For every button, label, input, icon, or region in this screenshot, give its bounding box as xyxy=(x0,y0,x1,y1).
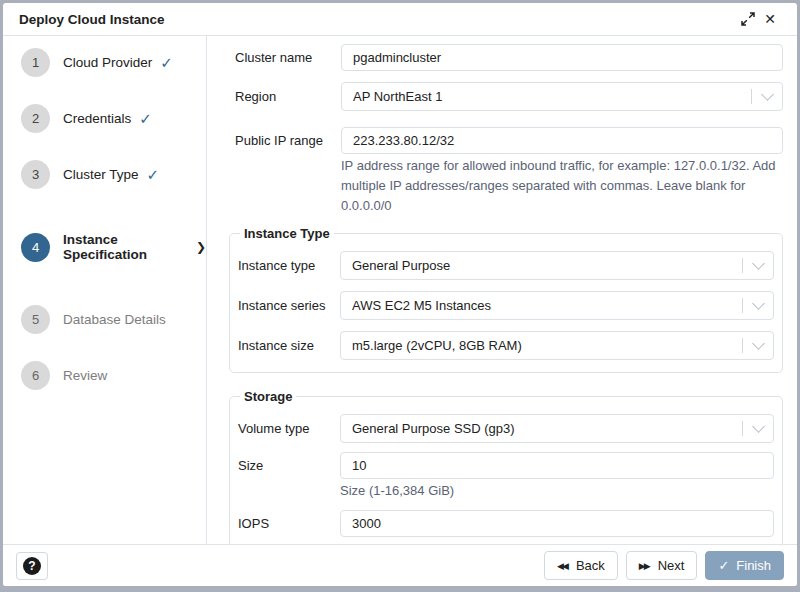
size-row: Size xyxy=(238,452,774,479)
instance-type-label: Instance type xyxy=(238,258,340,273)
volume-type-label: Volume type xyxy=(238,421,340,436)
chevron-down-icon xyxy=(743,263,773,268)
public-ip-help-text: IP address range for allowed inbound tra… xyxy=(341,156,783,216)
dialog-body: 1 Cloud Provider ✓ 2 Credentials ✓ 3 Clu… xyxy=(3,36,797,544)
region-selected-value: AP NorthEast 1 xyxy=(353,89,751,104)
step-number-badge: 5 xyxy=(21,305,50,334)
region-select[interactable]: AP NorthEast 1 xyxy=(341,82,783,111)
fast-forward-icon: ▶▶ xyxy=(639,561,649,571)
size-input[interactable] xyxy=(340,452,774,479)
back-button[interactable]: ◀◀ Back xyxy=(544,551,618,580)
cluster-name-input[interactable] xyxy=(341,44,783,71)
instance-series-selected-value: AWS EC2 M5 Instances xyxy=(352,298,742,313)
rewind-icon: ◀◀ xyxy=(557,561,567,571)
step-label: Review xyxy=(63,368,107,383)
instance-type-section: Instance Type Instance type General Purp… xyxy=(229,226,783,373)
public-ip-input[interactable] xyxy=(341,127,783,154)
step-instance-specification[interactable]: 4 Instance Specification ❯ xyxy=(3,232,206,262)
maximize-glyph xyxy=(741,12,755,26)
step-label: Cloud Provider xyxy=(63,55,152,70)
step-current-chevron-icon: ❯ xyxy=(196,240,206,254)
instance-type-select[interactable]: General Purpose xyxy=(340,251,774,280)
storage-legend: Storage xyxy=(240,389,296,404)
instance-series-label: Instance series xyxy=(238,298,340,313)
step-cloud-provider[interactable]: 1 Cloud Provider ✓ xyxy=(3,48,206,77)
public-ip-row: Public IP range xyxy=(235,127,783,154)
region-row: Region AP NorthEast 1 xyxy=(235,82,783,111)
finish-button-label: Finish xyxy=(736,558,771,573)
step-database-details[interactable]: 5 Database Details xyxy=(3,305,206,334)
volume-type-row: Volume type General Purpose SSD (gp3) xyxy=(238,414,774,443)
instance-size-label: Instance size xyxy=(238,338,340,353)
step-complete-check-icon: ✓ xyxy=(147,166,160,184)
step-number-badge: 2 xyxy=(21,104,50,133)
cluster-name-label: Cluster name xyxy=(235,50,341,65)
step-label: Instance Specification xyxy=(63,232,188,262)
step-number-badge: 1 xyxy=(21,48,50,77)
next-button-label: Next xyxy=(658,558,685,573)
help-icon: ? xyxy=(23,557,41,575)
chevron-down-icon xyxy=(752,94,782,99)
step-credentials[interactable]: 2 Credentials ✓ xyxy=(3,104,206,133)
size-label: Size xyxy=(238,458,340,473)
dialog-titlebar: Deploy Cloud Instance ✕ xyxy=(3,3,797,36)
step-label: Cluster Type xyxy=(63,167,139,182)
size-help-text: Size (1-16,384 GiB) xyxy=(340,481,774,501)
instance-type-legend: Instance Type xyxy=(240,226,334,241)
instance-size-row: Instance size m5.large (2vCPU, 8GB RAM) xyxy=(238,331,774,360)
step-review[interactable]: 6 Review xyxy=(3,361,206,390)
chevron-down-icon xyxy=(743,303,773,308)
instance-size-select[interactable]: m5.large (2vCPU, 8GB RAM) xyxy=(340,331,774,360)
step-cluster-type[interactable]: 3 Cluster Type ✓ xyxy=(3,160,206,189)
public-ip-label: Public IP range xyxy=(235,133,341,148)
instance-type-selected-value: General Purpose xyxy=(352,258,742,273)
step-label: Database Details xyxy=(63,312,166,327)
step-label: Credentials xyxy=(63,111,131,126)
maximize-icon[interactable] xyxy=(737,8,759,30)
region-label: Region xyxy=(235,89,341,104)
instance-type-row: Instance type General Purpose xyxy=(238,251,774,280)
close-icon[interactable]: ✕ xyxy=(759,8,781,30)
step-number-badge: 3 xyxy=(21,160,50,189)
step-number-badge: 4 xyxy=(21,233,50,262)
finish-button[interactable]: ✓ Finish xyxy=(705,551,784,580)
help-button[interactable]: ? xyxy=(16,552,48,580)
iops-input[interactable] xyxy=(340,510,774,537)
check-icon: ✓ xyxy=(718,558,729,573)
storage-section: Storage Volume type General Purpose SSD … xyxy=(229,389,783,544)
step-complete-check-icon: ✓ xyxy=(160,54,173,72)
wizard-steps-sidebar: 1 Cloud Provider ✓ 2 Credentials ✓ 3 Clu… xyxy=(3,36,207,544)
instance-specification-form: Cluster name Region AP NorthEast 1 Publi… xyxy=(207,36,797,544)
dialog-title: Deploy Cloud Instance xyxy=(19,12,165,27)
volume-type-select[interactable]: General Purpose SSD (gp3) xyxy=(340,414,774,443)
instance-series-select[interactable]: AWS EC2 M5 Instances xyxy=(340,291,774,320)
back-button-label: Back xyxy=(576,558,605,573)
chevron-down-icon xyxy=(743,343,773,348)
next-button[interactable]: ▶▶ Next xyxy=(626,551,698,580)
cluster-name-row: Cluster name xyxy=(235,44,783,71)
step-complete-check-icon: ✓ xyxy=(139,110,152,128)
chevron-down-icon xyxy=(743,426,773,431)
iops-row: IOPS xyxy=(238,510,774,537)
dialog-footer: ? ◀◀ Back ▶▶ Next ✓ Finish xyxy=(3,544,797,586)
iops-label: IOPS xyxy=(238,516,340,531)
volume-type-selected-value: General Purpose SSD (gp3) xyxy=(352,421,742,436)
step-number-badge: 6 xyxy=(21,361,50,390)
deploy-cloud-instance-dialog: Deploy Cloud Instance ✕ 1 Cloud Provider… xyxy=(3,3,797,586)
instance-series-row: Instance series AWS EC2 M5 Instances xyxy=(238,291,774,320)
instance-size-selected-value: m5.large (2vCPU, 8GB RAM) xyxy=(352,338,742,353)
